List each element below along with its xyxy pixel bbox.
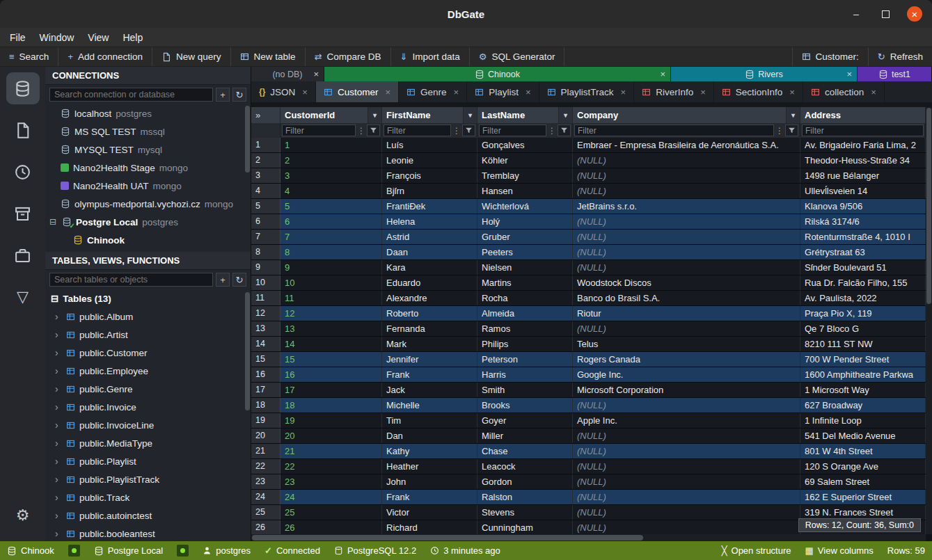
toolbar-button-new-table[interactable]: New table (231, 47, 306, 66)
row-number[interactable]: 17 (251, 383, 281, 397)
cell-company[interactable]: (NULL) (573, 214, 800, 229)
cell-last[interactable]: Brooks (477, 398, 573, 413)
cell-company[interactable]: (NULL) (573, 490, 800, 504)
table-row[interactable]: 2222HeatherLeacock(NULL)120 S Orange Ave (251, 459, 926, 474)
cell-id[interactable]: 13 (281, 321, 382, 336)
row-number[interactable]: 24 (251, 490, 281, 504)
connection-item-olympus-medportal-vychozi-cz[interactable]: olympus-medportal.vychozi.czmongo (45, 195, 251, 213)
cell-company[interactable]: Apple Inc. (573, 413, 800, 428)
tab-json[interactable]: {}JSON× (251, 81, 316, 102)
cell-last[interactable]: Stevens (477, 505, 573, 520)
row-number[interactable]: 16 (251, 367, 281, 382)
menu-view[interactable]: View (81, 28, 116, 47)
connection-item-mysql-test[interactable]: MYSQL TESTmysql (45, 141, 251, 159)
cell-first[interactable]: Kathy (382, 444, 477, 458)
cell-first[interactable]: Alexandre (382, 291, 477, 305)
cell-last[interactable]: Peeters (477, 245, 573, 259)
filter-funnel-button[interactable] (558, 125, 571, 136)
cell-company[interactable]: (NULL) (573, 321, 800, 336)
tab-playlisttrack[interactable]: PlaylistTrack× (539, 81, 635, 102)
table-row[interactable]: 2020DanMiller(NULL)541 Del Medio Avenue (251, 429, 926, 444)
cell-address[interactable]: 1 Infinite Loop (800, 413, 926, 428)
cell-id[interactable]: 23 (281, 474, 382, 489)
close-tab-icon[interactable]: × (526, 87, 531, 97)
table-row[interactable]: 33FrançoisTremblay(NULL)1498 rue Bélange… (251, 168, 926, 184)
cell-last[interactable]: Wichterlová (477, 199, 573, 214)
cell-id[interactable]: 3 (281, 168, 382, 183)
table-row[interactable]: 1010EduardoMartinsWoodstock DiscosRua Dr… (251, 275, 926, 291)
tab-genre[interactable]: Genre× (399, 81, 467, 102)
row-number[interactable]: 5 (251, 199, 281, 214)
cell-first[interactable]: Leonie (382, 153, 477, 168)
close-button[interactable]: × (907, 6, 922, 22)
cell-id[interactable]: 18 (281, 398, 382, 413)
table-item-public-genre[interactable]: ›public.Genre (45, 380, 251, 398)
table-row[interactable]: 1515JenniferPetersonRogers Canada700 W P… (251, 352, 926, 367)
cell-address[interactable]: Theodor-Heuss-Straße 34 (800, 153, 926, 168)
close-tab-icon[interactable]: × (700, 87, 706, 97)
cell-id[interactable]: 15 (281, 352, 382, 367)
cell-company[interactable]: Google Inc. (573, 367, 800, 382)
column-dropdown-button[interactable]: ▾ (463, 107, 477, 123)
table-row[interactable]: 44BjſrnHansen(NULL)Ullevĺlsveien 14 (251, 184, 926, 199)
cell-first[interactable]: Roberto (382, 306, 477, 321)
cell-last[interactable]: Martins (477, 275, 573, 290)
table-item-public-playlisttrack[interactable]: ›public.PlaylistTrack (45, 470, 251, 488)
table-item-public-customer[interactable]: ›public.Customer (45, 344, 251, 362)
cell-id[interactable]: 19 (281, 413, 382, 428)
cell-company[interactable]: Woodstock Discos (573, 275, 800, 290)
close-tab-icon[interactable]: × (313, 69, 319, 79)
toolbar-button-import-data[interactable]: ⇓Import data (391, 47, 470, 66)
cell-first[interactable]: Richard (382, 520, 477, 534)
refresh-connections-button[interactable]: ↻ (232, 88, 246, 102)
chevron-right-icon[interactable]: › (55, 474, 62, 485)
sidebar-database-button[interactable] (6, 72, 40, 104)
tables-scrollbar[interactable] (245, 292, 250, 410)
refresh-tables-button[interactable]: ↻ (232, 273, 246, 287)
table-item-public-booleantest[interactable]: ›public.booleantest (45, 525, 251, 541)
row-number[interactable]: 21 (251, 444, 281, 458)
row-number[interactable]: 1 (251, 138, 281, 152)
close-tab-icon[interactable]: × (302, 87, 308, 97)
cell-company[interactable]: (NULL) (573, 260, 800, 275)
row-number[interactable]: 15 (251, 352, 281, 367)
cell-address[interactable]: Qe 7 Bloco G (800, 321, 926, 336)
close-tab-icon[interactable]: × (846, 69, 852, 79)
cell-first[interactable]: John (382, 474, 477, 489)
chevron-right-icon[interactable]: › (55, 347, 62, 358)
row-number[interactable]: 19 (251, 413, 281, 428)
row-number[interactable]: 14 (251, 337, 281, 351)
cell-last[interactable]: Philips (477, 337, 573, 351)
chevron-right-icon[interactable]: › (55, 510, 62, 521)
menu-help[interactable]: Help (116, 28, 150, 47)
cell-id[interactable]: 1 (281, 138, 382, 152)
status-chinook[interactable]: Chinook (0, 541, 61, 560)
status-rows-59[interactable]: Rows: 59 (880, 541, 932, 560)
db-tab-rivers[interactable]: Rivers× (671, 67, 858, 81)
table-item-public-invoice[interactable]: ›public.Invoice (45, 398, 251, 416)
add-table-mini-button[interactable]: + (216, 273, 230, 287)
chevron-right-icon[interactable]: › (55, 456, 62, 467)
filter-menu-button[interactable]: ⋮ (357, 126, 365, 136)
cell-first[interactable]: Mark (382, 337, 477, 351)
column-header-customerid[interactable]: CustomerId▾ (281, 107, 382, 123)
cell-company[interactable]: (NULL) (573, 444, 800, 458)
cell-id[interactable]: 12 (281, 306, 382, 321)
cell-company[interactable]: (NULL) (573, 168, 800, 183)
status-indicator[interactable] (61, 541, 87, 560)
row-number[interactable]: 26 (251, 520, 281, 534)
cell-id[interactable]: 9 (281, 260, 382, 275)
cell-company[interactable]: Banco do Brasil S.A. (573, 291, 800, 305)
cell-first[interactable]: Eduardo (382, 275, 477, 290)
filter-menu-button[interactable]: ⋮ (548, 126, 556, 136)
cell-address[interactable]: Rotenturmstraße 4, 1010 I (800, 230, 926, 244)
filter-input-company[interactable] (574, 125, 774, 136)
tab-sectioninfo[interactable]: SectionInfo× (714, 81, 803, 102)
table-row[interactable]: 55FrantiĐekWichterlováJetBrains s.r.o.Kl… (251, 199, 926, 214)
cell-address[interactable]: 69 Salem Street (800, 474, 926, 489)
table-row[interactable]: 1313FernandaRamos(NULL)Qe 7 Bloco G (251, 321, 926, 337)
cell-address[interactable]: 162 E Superior Street (800, 490, 926, 504)
table-row[interactable]: 1212RobertoAlmeidaRioturPraça Pio X, 119 (251, 306, 926, 321)
table-row[interactable]: 66HelenaHolý(NULL)Rilská 3174/6 (251, 214, 926, 230)
grid-horizontal-scrollbar[interactable] (251, 534, 926, 541)
